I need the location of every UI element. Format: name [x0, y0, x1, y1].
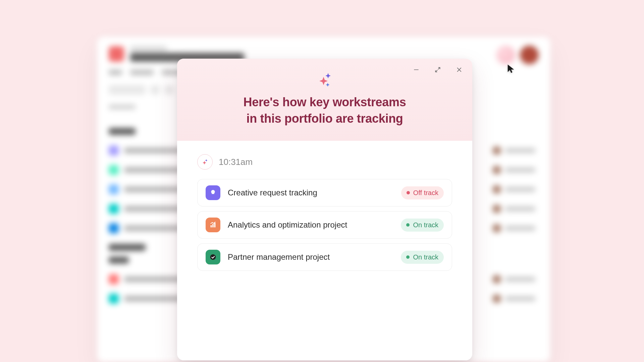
svg-rect-4 [212, 224, 214, 227]
sparkle-badge-icon [197, 154, 213, 170]
assignee-avatar [492, 294, 501, 303]
close-icon [456, 66, 463, 74]
section-label-high [109, 128, 136, 135]
check-icon [206, 250, 220, 264]
project-icon [109, 204, 119, 214]
status-label: On track [413, 253, 438, 261]
workstream-card[interactable]: Partner management project On track [197, 243, 452, 271]
project-icon [109, 274, 119, 284]
panel-header: Here's how key workstreams in this portf… [177, 59, 472, 141]
ai-summary-panel: Here's how key workstreams in this portf… [177, 59, 472, 360]
assignee-avatar [492, 166, 501, 174]
breadcrumb [130, 46, 167, 51]
close-button[interactable] [453, 65, 465, 76]
status-label: On track [413, 221, 438, 229]
add-work-button [109, 85, 146, 95]
status-label: Off track [413, 189, 438, 197]
workstream-name: Analytics and optimization project [228, 220, 393, 230]
project-icon [109, 165, 119, 175]
ai-orb-icon [496, 46, 515, 64]
assignee-avatar [492, 275, 501, 284]
toolbar-more-button [150, 85, 160, 95]
svg-point-6 [210, 254, 216, 260]
section-label-low [109, 257, 129, 263]
minimize-button[interactable] [411, 65, 422, 76]
panel-title: Here's how key workstreams in this portf… [185, 94, 464, 127]
chart-icon [206, 218, 220, 232]
assignee-avatar [492, 224, 501, 233]
lightbulb-icon [206, 185, 220, 200]
status-dot-icon [407, 191, 410, 194]
workstream-card[interactable]: Creative request tracking Off track [197, 179, 452, 206]
timestamp-label: 10:31am [219, 157, 253, 167]
minimize-icon [413, 66, 420, 74]
project-icon [109, 294, 119, 304]
status-badge-on-track: On track [401, 251, 444, 264]
column-header-name [109, 105, 136, 109]
status-badge-on-track: On track [401, 219, 444, 232]
avatar [520, 46, 539, 64]
assignee-avatar [492, 204, 501, 213]
status-badge-off-track: Off track [401, 186, 444, 199]
section-label-medium [109, 244, 146, 251]
workstream-list: Creative request tracking Off track Anal… [197, 179, 452, 271]
workstream-card[interactable]: Analytics and optimization project On tr… [197, 211, 452, 239]
portfolio-folder-icon [109, 46, 124, 62]
assignee-avatar [492, 185, 501, 194]
project-icon [109, 184, 119, 194]
toolbar-filter-button [164, 85, 174, 95]
workstream-name: Partner management project [228, 252, 393, 262]
assignee-avatar [492, 146, 501, 155]
tab-timeline [130, 70, 154, 75]
project-icon [109, 145, 119, 156]
project-icon [109, 223, 119, 233]
panel-body: 10:31am Creative request tracking Off tr… [177, 141, 472, 360]
status-dot-icon [406, 255, 410, 259]
expand-icon [434, 66, 441, 74]
svg-rect-5 [214, 223, 216, 228]
expand-button[interactable] [432, 65, 443, 76]
svg-rect-3 [211, 225, 212, 227]
workstream-name: Creative request tracking [228, 188, 394, 197]
tab-list [109, 70, 122, 75]
status-dot-icon [406, 223, 410, 227]
